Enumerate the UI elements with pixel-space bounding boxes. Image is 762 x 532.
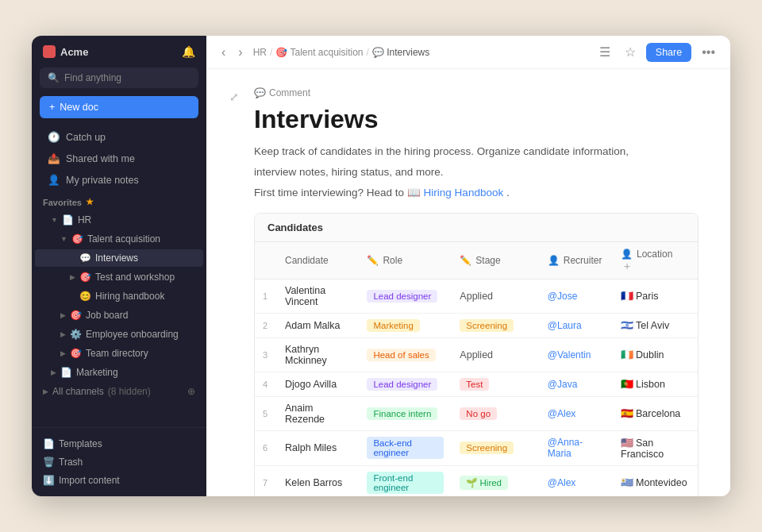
stage-cell[interactable]: No go [452, 396, 539, 430]
stage-cell[interactable]: 🌱 Hired [452, 465, 539, 496]
th-candidate[interactable]: Candidate [277, 242, 359, 279]
chevron-right-icon: ▶ [51, 368, 56, 376]
smile-icon: 😊 [79, 291, 91, 302]
sidebar-item-marketing[interactable]: ▶ 📄 Marketing [35, 364, 203, 381]
sidebar-item-test-workshop[interactable]: ▶ 🎯 Test and workshop [35, 268, 203, 286]
role-cell[interactable]: Marketing [359, 313, 452, 337]
tree-label: Job board [86, 310, 128, 321]
star-button[interactable]: ☆ [621, 42, 640, 62]
stage-cell[interactable]: Applied [452, 337, 539, 372]
location-cell: 🇺🇾Montevideo [613, 465, 698, 496]
chevron-right-icon: ▶ [60, 330, 66, 338]
all-channels-toggle[interactable]: ▶ All channels (8 hidden) [43, 386, 151, 397]
recruiter-cell[interactable]: @Valentin [540, 337, 613, 372]
sidebar-item-job-board[interactable]: ▶ 🎯 Job board [35, 306, 203, 324]
template-icon: 📄 [43, 438, 55, 449]
sidebar-item-templates[interactable]: 📄 Templates [35, 435, 203, 453]
role-cell[interactable]: Back-end engineer [359, 430, 452, 465]
candidate-name[interactable]: Anaim Rezende [277, 396, 359, 430]
logo-icon [43, 45, 56, 58]
hiring-handbook-link[interactable]: 📖 Hiring Handbook [407, 187, 506, 199]
candidate-col-label: Candidate [285, 255, 329, 266]
location-cell: 🇮🇪Dublin [613, 337, 698, 372]
stage-cell[interactable]: Applied [452, 279, 539, 313]
role-cell[interactable]: Front-end engineer [359, 465, 452, 496]
sidebar-item-team-dir[interactable]: ▶ 🎯 Team directory [35, 345, 203, 362]
breadcrumb-hr[interactable]: HR [253, 47, 267, 58]
sidebar-item-talent[interactable]: ▼ 🎯 Talent acquisition [35, 230, 203, 248]
sidebar-item-import[interactable]: ⬇️ Import content [35, 472, 203, 489]
row-number: 2 [255, 313, 277, 337]
recruiter-cell[interactable]: @Alex [540, 396, 613, 430]
table-section-title: Candidates [255, 214, 698, 242]
stage-col-label: Stage [475, 255, 500, 266]
add-column-button[interactable]: + [621, 256, 633, 276]
sidebar-item-hiring-handbook[interactable]: ▶ 😊 Hiring handbook [35, 287, 203, 305]
breadcrumb-sep: / [270, 47, 272, 58]
add-channel-icon[interactable]: ⊕ [187, 386, 195, 397]
recruiter-cell[interactable]: @Laura [540, 313, 613, 337]
recruiter-cell[interactable]: @Alex [540, 465, 613, 496]
breadcrumb: HR / 🎯 Talent acquisition / 💬 Interviews [253, 47, 430, 58]
candidate-name[interactable]: Ralph Miles [277, 430, 359, 465]
more-button[interactable]: ••• [698, 43, 719, 62]
row-number: 4 [255, 372, 277, 396]
tree-label: Import content [59, 475, 120, 486]
search-bar[interactable]: 🔍 Find anything [40, 67, 198, 88]
recruiter-cell[interactable]: @Java [540, 372, 613, 396]
chevron-down-icon: ▼ [60, 235, 67, 243]
chevron-right-icon: ▶ [70, 273, 75, 281]
back-button[interactable]: ‹ [217, 43, 229, 62]
stage-cell[interactable]: Screening [452, 313, 539, 337]
chat-icon: 💬 [79, 253, 91, 264]
sidebar-item-catchup[interactable]: 🕐 Catch up [37, 127, 202, 147]
app-container: Acme 🔔 🔍 Find anything + New doc 🕐 Catch… [32, 36, 730, 496]
sidebar-item-private[interactable]: 👤 My private notes [37, 170, 202, 190]
sidebar-item-onboarding[interactable]: ▶ ⚙️ Employee onboarding [35, 326, 203, 343]
comment-tag: 💬 Comment [254, 87, 310, 98]
star-icon: ★ [86, 197, 94, 207]
favorites-text: Favorites [43, 198, 82, 207]
role-cell[interactable]: Lead designer [359, 279, 452, 313]
forward-button[interactable]: › [234, 43, 246, 62]
stage-cell[interactable]: Screening [452, 430, 539, 465]
th-location[interactable]: 👤Location + [613, 242, 698, 279]
app-logo[interactable]: Acme [43, 45, 88, 58]
sidebar-item-interviews[interactable]: ▶ 💬 Interviews [35, 249, 203, 267]
candidate-name[interactable]: Valentina Vincent [277, 279, 359, 313]
tree-label: Trash [59, 457, 83, 468]
expand-button[interactable]: ⤢ [225, 88, 243, 106]
sidebar-header: Acme 🔔 [32, 36, 206, 64]
candidate-name[interactable]: Kathryn Mckinney [277, 337, 359, 372]
role-cell[interactable]: Finance intern [359, 396, 452, 430]
candidate-name[interactable]: Adam Malka [277, 313, 359, 337]
new-doc-label: New doc [60, 102, 98, 113]
pencil-icon: ✏️ [460, 255, 471, 266]
sidebar-item-trash[interactable]: 🗑️ Trash [35, 453, 203, 471]
stage-cell[interactable]: Test [452, 372, 539, 396]
th-recruiter[interactable]: 👤Recruiter [540, 242, 613, 279]
recruiter-cell[interactable]: @Jose [540, 279, 613, 313]
sidebar-item-shared[interactable]: 📤 Shared with me [37, 148, 202, 168]
location-cell: 🇫🇷Paris [613, 279, 698, 313]
recruiter-cell[interactable]: @Anna-Maria [540, 430, 613, 465]
page-link-line: First time interviewing? Head to 📖 Hirin… [254, 186, 698, 199]
th-role[interactable]: ✏️Role [359, 242, 452, 279]
chevron-down-icon: ▼ [51, 216, 58, 224]
target-icon: 🎯 [70, 348, 82, 359]
book-icon: 📖 [407, 187, 424, 199]
new-doc-button[interactable]: + New doc [40, 96, 198, 118]
th-stage[interactable]: ✏️Stage [452, 242, 539, 279]
role-cell[interactable]: Lead designer [359, 372, 452, 396]
share-icon: 📤 [48, 152, 60, 164]
share-button[interactable]: Share [646, 43, 691, 62]
recruiter-col-label: Recruiter [564, 255, 602, 266]
breadcrumb-talent[interactable]: 🎯 Talent acquisition [275, 47, 363, 58]
candidate-name[interactable]: Kelen Barros [277, 465, 359, 496]
layout-button[interactable]: ☰ [595, 42, 614, 62]
role-cell[interactable]: Head of sales [359, 337, 452, 372]
bell-icon[interactable]: 🔔 [182, 45, 195, 58]
candidate-name[interactable]: Djogo Avilla [277, 372, 359, 396]
person-icon: 👤 [548, 255, 560, 266]
sidebar-item-hr[interactable]: ▼ 📄 HR [35, 211, 203, 229]
